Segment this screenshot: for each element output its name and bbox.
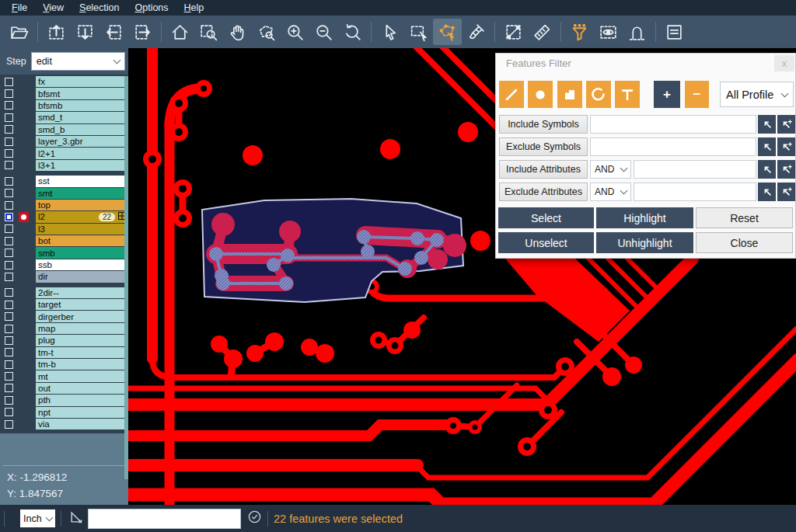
layer-row[interactable]: mt (0, 370, 128, 381)
selection-region[interactable] (202, 199, 466, 302)
layer-row[interactable]: l2+1 (0, 148, 128, 158)
zoom-window-icon[interactable] (194, 19, 223, 45)
menu-view[interactable]: View (36, 2, 71, 14)
layer-row[interactable]: bfsmb (0, 100, 128, 111)
layer-checkbox[interactable] (5, 125, 13, 134)
zoom-reset-icon[interactable] (338, 19, 367, 45)
view-options-icon[interactable] (594, 19, 623, 45)
reset-button[interactable]: Reset (696, 207, 793, 228)
exclude-attributes-input[interactable] (634, 183, 756, 201)
layer-name[interactable]: sst (36, 176, 128, 186)
layer-checkbox[interactable] (5, 408, 13, 416)
layer-checkbox[interactable] (5, 273, 13, 281)
layer-checkbox[interactable] (5, 360, 13, 369)
layer-name[interactable]: map (36, 323, 128, 334)
pick-arrow-icon[interactable] (758, 137, 776, 156)
layer-checkbox[interactable] (5, 101, 13, 110)
layer-row[interactable]: layer_3.gbr (0, 136, 128, 147)
layer-checkbox[interactable] (5, 237, 13, 245)
layer-row[interactable]: bot (0, 235, 128, 246)
layer-name[interactable]: smd_t (36, 112, 128, 123)
layer-name[interactable]: l2+1 (36, 148, 128, 158)
pick-add-arrow-icon[interactable] (777, 115, 795, 134)
layer-checkbox[interactable] (5, 78, 13, 86)
include-symbols-button[interactable]: Include Symbols (499, 115, 588, 134)
layer-checkbox[interactable] (5, 396, 13, 405)
layer-row[interactable]: dir (0, 271, 128, 282)
menu-selection[interactable]: Selection (72, 2, 126, 14)
step-dropdown[interactable]: edit (31, 52, 125, 71)
snap-icon[interactable] (623, 19, 651, 45)
select-rectangle-icon[interactable] (404, 19, 433, 45)
layer-row[interactable]: l222 (0, 211, 128, 222)
pad-feature-icon[interactable] (528, 81, 553, 108)
layer-name[interactable]: tm-t (36, 347, 128, 358)
layer-name[interactable]: bot (36, 235, 128, 246)
pan-left-icon[interactable] (100, 19, 128, 45)
menu-help[interactable]: Help (177, 2, 211, 14)
pick-add-arrow-icon[interactable] (777, 160, 795, 179)
exclude-attributes-button[interactable]: Exclude Attributes (499, 183, 588, 201)
layer-name[interactable]: smt (36, 188, 128, 199)
pan-hand-icon[interactable] (223, 19, 252, 45)
zoom-polygon-icon[interactable] (252, 19, 281, 45)
include-symbols-input[interactable] (590, 115, 756, 134)
layer-checkbox[interactable] (5, 312, 13, 321)
refresh-icon[interactable] (247, 509, 262, 527)
layer-row[interactable]: top (0, 200, 128, 210)
pick-arrow-icon[interactable] (758, 183, 776, 201)
add-filter-button[interactable]: + (654, 81, 680, 108)
exclude-symbols-input[interactable] (590, 137, 756, 156)
layer-name[interactable]: 2dir-- (36, 287, 128, 298)
layer-name[interactable]: smb (36, 247, 128, 258)
layer-row[interactable]: l3 (0, 224, 128, 235)
layer-name[interactable]: mt (36, 370, 128, 381)
measure-distance-icon[interactable] (499, 19, 528, 45)
clean-brush-icon[interactable] (462, 19, 491, 45)
layer-name[interactable]: target (36, 299, 128, 310)
layer-row[interactable]: target (0, 299, 128, 310)
highlight-button[interactable]: Highlight (596, 207, 693, 228)
exclude-attributes-operator[interactable]: AND (590, 183, 631, 201)
layer-checkbox[interactable] (5, 348, 13, 356)
layer-checkbox[interactable] (5, 137, 13, 146)
close-icon[interactable]: x (774, 55, 794, 71)
menu-file[interactable]: File (5, 2, 34, 14)
layer-checkbox[interactable] (5, 420, 13, 429)
layer-checkbox[interactable] (5, 189, 13, 197)
text-feature-icon[interactable] (615, 81, 640, 108)
layer-name[interactable]: fx (36, 76, 128, 87)
layer-row[interactable]: pth (0, 395, 128, 405)
layer-name[interactable]: pth (36, 395, 128, 405)
include-attributes-operator[interactable]: AND (590, 160, 631, 179)
exclude-symbols-button[interactable]: Exclude Symbols (499, 137, 588, 156)
zoom-in-icon[interactable] (281, 19, 309, 45)
layer-name[interactable]: npt (36, 407, 128, 418)
close-button[interactable]: Close (696, 232, 793, 253)
units-dropdown[interactable]: Inch (20, 509, 55, 527)
remove-filter-button[interactable]: − (685, 81, 709, 108)
layer-checkbox[interactable] (5, 336, 13, 345)
features-filter-icon[interactable] (565, 19, 594, 45)
layer-checkbox[interactable] (5, 261, 13, 269)
layer-name[interactable]: ssb (36, 259, 128, 270)
zoom-out-icon[interactable] (309, 19, 338, 45)
layer-row[interactable]: via (0, 419, 128, 429)
layer-checkbox[interactable] (5, 301, 13, 309)
layer-row[interactable]: smb (0, 247, 128, 258)
line-feature-icon[interactable] (499, 81, 524, 108)
layer-name[interactable]: l222 (36, 211, 128, 222)
layer-row[interactable]: smt (0, 188, 128, 199)
pick-arrow-icon[interactable] (758, 160, 776, 179)
pan-down-icon[interactable] (71, 19, 100, 45)
layer-name[interactable]: bfsmb (36, 100, 128, 111)
layer-name[interactable]: via (36, 419, 128, 429)
profile-dropdown[interactable]: All Profile (720, 82, 794, 107)
layer-checkbox[interactable] (5, 113, 13, 122)
layer-checkbox[interactable] (5, 213, 13, 221)
layer-name[interactable]: dirgerber (36, 311, 128, 322)
arc-feature-icon[interactable] (586, 81, 611, 108)
layer-row[interactable]: out (0, 383, 128, 394)
unselect-button[interactable]: Unselect (498, 232, 594, 253)
layer-checkbox[interactable] (5, 288, 13, 297)
